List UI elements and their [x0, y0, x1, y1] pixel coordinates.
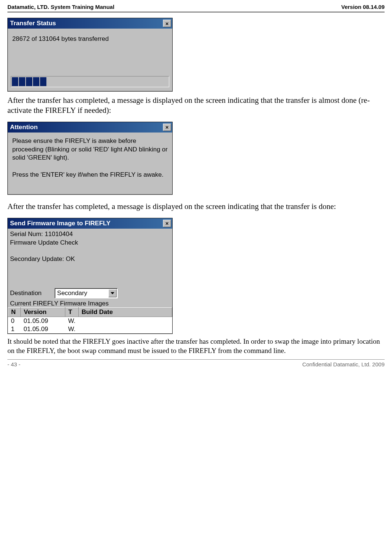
- table-cell: [78, 317, 172, 326]
- close-icon: ×: [166, 20, 169, 27]
- header-left: Datamatic, LTD. System Training Manual: [7, 4, 114, 10]
- transfer-progress-text: 28672 of 131064 bytes transferred: [11, 32, 169, 43]
- destination-dropdown[interactable]: Secondary: [55, 288, 118, 298]
- send-firmware-dialog: Send Firmware Image to FIREFLY × Serial …: [7, 218, 173, 334]
- titlebar: Transfer Status ×: [8, 18, 172, 29]
- table-header-row: N Version T Build Date: [8, 308, 172, 317]
- dialog-body: Please ensure the FIREFLY is awake befor…: [8, 133, 172, 194]
- table-cell: [78, 325, 172, 333]
- firmware-check-label: Firmware Update Check: [10, 239, 170, 247]
- firmware-images-label: Current FIREFLY Firmware Images: [8, 300, 172, 307]
- table-row[interactable]: 101.05.09W.: [8, 325, 172, 333]
- firmware-info: Serial Num: 11010404 Firmware Update Che…: [8, 229, 172, 287]
- table-row[interactable]: 001.05.09W.: [8, 317, 172, 326]
- close-icon: ×: [166, 124, 169, 130]
- table-cell: 1: [8, 325, 21, 333]
- table-cell: W.: [65, 325, 79, 333]
- header-right: Version 08.14.09: [341, 4, 385, 10]
- table-cell: 01.05.09: [21, 325, 65, 333]
- dialog-body: 28672 of 131064 bytes transferred: [8, 29, 172, 91]
- progress-segment: [40, 77, 46, 86]
- titlebar: Send Firmware Image to FIREFLY ×: [8, 218, 172, 229]
- progress-bar: [11, 76, 169, 87]
- table-cell: W.: [65, 317, 79, 326]
- titlebar: Attention ×: [8, 122, 172, 133]
- body-paragraph-3: It should be noted that the FIREFLY goes…: [7, 337, 385, 355]
- progress-segment: [33, 77, 39, 86]
- close-icon: ×: [166, 220, 169, 226]
- progress-segment: [19, 77, 25, 86]
- update-status: Secondary Update: OK: [10, 255, 170, 264]
- dialog-title: Transfer Status: [10, 20, 56, 27]
- progress-segment: [26, 77, 32, 86]
- body-paragraph-2: After the transfer has completed, a mess…: [7, 202, 385, 212]
- dialog-title: Attention: [10, 124, 38, 131]
- chevron-down-icon: [108, 289, 117, 297]
- col-build-date: Build Date: [78, 308, 172, 317]
- progress-segment: [12, 77, 18, 86]
- body-paragraph-1: After the transfer has completed, a mess…: [7, 95, 385, 116]
- destination-row: Destination Secondary: [8, 287, 172, 299]
- destination-label: Destination: [10, 290, 42, 297]
- dropdown-value: Secondary: [57, 290, 87, 297]
- col-n: N: [8, 308, 21, 317]
- serial-number: Serial Num: 11010404: [10, 230, 170, 239]
- footer-copyright: Confidential Datamatic, Ltd. 2009: [302, 361, 385, 367]
- page-number: - 43 -: [7, 361, 20, 367]
- table-cell: 01.05.09: [21, 317, 65, 326]
- col-t: T: [65, 308, 79, 317]
- col-version: Version: [21, 308, 65, 317]
- close-button[interactable]: ×: [163, 124, 171, 131]
- table-cell: 0: [8, 317, 21, 326]
- transfer-status-dialog: Transfer Status × 28672 of 131064 bytes …: [7, 18, 173, 92]
- attention-message: Please ensure the FIREFLY is awake befor…: [11, 136, 169, 191]
- firmware-table: N Version T Build Date 001.05.09W.101.05…: [8, 307, 172, 333]
- attention-dialog: Attention × Please ensure the FIREFLY is…: [7, 122, 173, 195]
- close-button[interactable]: ×: [163, 220, 171, 227]
- dialog-title: Send Firmware Image to FIREFLY: [10, 220, 111, 227]
- page-header: Datamatic, LTD. System Training Manual V…: [7, 4, 385, 13]
- close-button[interactable]: ×: [163, 20, 171, 27]
- page-footer: - 43 - Confidential Datamatic, Ltd. 2009: [7, 359, 385, 367]
